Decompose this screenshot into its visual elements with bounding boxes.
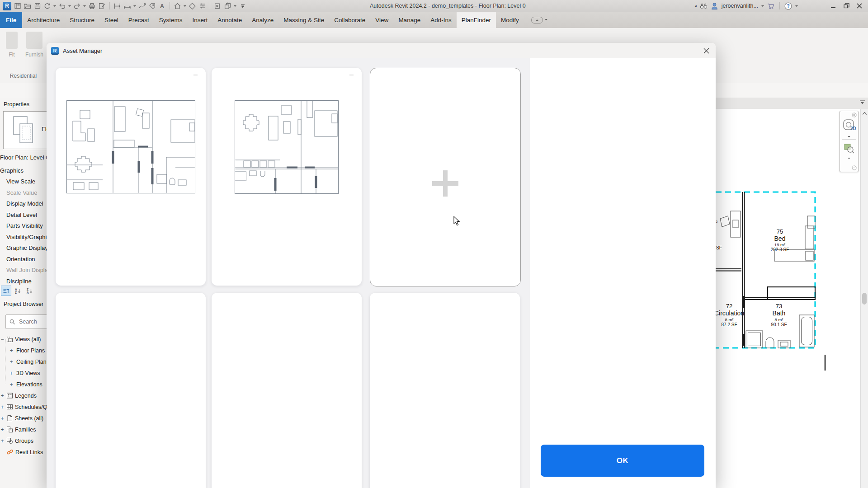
sort-list-button[interactable] (1, 286, 11, 296)
ribbon-collapse-icon[interactable] (859, 100, 865, 105)
edit-document-icon[interactable] (98, 2, 106, 10)
tree-item-legends[interactable]: + Legends (0, 390, 47, 401)
collapse-toggle[interactable]: − (0, 336, 5, 343)
property-row-scale-value[interactable]: Scale Value (0, 188, 47, 199)
property-row-orientation[interactable]: Orientation (0, 254, 47, 265)
undo-icon[interactable] (58, 2, 66, 10)
asset-card-5[interactable] (212, 293, 362, 488)
tree-item-views[interactable]: − Views (all) (0, 333, 47, 345)
user-dropdown-caret[interactable] (761, 5, 764, 8)
dialog-titlebar[interactable]: R Asset Manager (47, 43, 716, 58)
text-icon[interactable]: A (158, 2, 166, 10)
minimize-button[interactable] (828, 1, 838, 10)
redo-dropdown-caret[interactable] (83, 5, 86, 8)
3d-view-dropdown-caret[interactable] (184, 5, 186, 8)
tab-collaborate[interactable]: Collaborate (329, 12, 370, 28)
expand-toggle[interactable]: + (9, 347, 14, 354)
tab-structure[interactable]: Structure (65, 12, 99, 28)
properties-section-graphics[interactable]: Graphics (0, 165, 47, 177)
dialog-close-button[interactable] (703, 47, 710, 54)
spline-icon[interactable] (138, 2, 146, 10)
switch-windows-icon[interactable] (224, 2, 231, 10)
zoom-dropdown-caret[interactable] (840, 156, 858, 160)
username-label[interactable]: jeroenvanlith... (722, 3, 758, 9)
properties-panel-icon[interactable] (14, 2, 21, 10)
drawing-canvas[interactable]: 75 Bed 19 m² 202.3 SF 72 Circulation 8 m… (716, 109, 868, 488)
dimension-dropdown-caret[interactable] (133, 5, 136, 8)
tab-architecture[interactable]: Architecture (22, 12, 65, 28)
tab-insert[interactable]: Insert (187, 12, 212, 28)
expand-toggle[interactable]: + (0, 415, 5, 422)
instance-selector[interactable]: Floor Plan: Level 0 (0, 152, 47, 164)
tab-steel[interactable]: Steel (99, 12, 123, 28)
tree-item-groups[interactable]: + Groups (0, 435, 47, 446)
tab-systems[interactable]: Systems (154, 12, 188, 28)
tag-icon[interactable] (148, 2, 156, 10)
expand-toggle[interactable]: + (0, 393, 5, 399)
ribbon-display-toggle[interactable] (531, 12, 547, 28)
tab-planfinder[interactable]: PlanFinder (457, 12, 496, 28)
property-row-parts-visibility[interactable]: Parts Visibility (0, 221, 47, 232)
sync-icon[interactable] (43, 2, 51, 10)
redo-icon[interactable] (73, 2, 81, 10)
cart-icon[interactable] (767, 2, 775, 10)
ok-button[interactable]: OK (541, 445, 704, 477)
search-binoculars-icon[interactable] (700, 2, 708, 10)
property-row-detail-level[interactable]: Detail Level (0, 210, 47, 221)
scroll-up-arrow[interactable] (861, 110, 868, 117)
help-icon[interactable]: ? (784, 2, 792, 10)
asset-card-2[interactable] (212, 68, 362, 286)
property-row-display-model[interactable]: Display Model (0, 198, 47, 210)
default-3d-view-icon[interactable] (174, 2, 181, 10)
tree-item-families[interactable]: + Families (0, 424, 47, 435)
scrollbar-thumb[interactable] (862, 293, 867, 305)
tab-annotate[interactable]: Annotate (212, 12, 247, 28)
user-avatar-icon[interactable] (711, 2, 718, 10)
fit-button[interactable]: Fit (4, 32, 20, 58)
wheel-dropdown-caret[interactable] (840, 135, 858, 139)
save-icon[interactable] (33, 2, 41, 10)
tab-precast[interactable]: Precast (123, 12, 154, 28)
revit-app-icon[interactable]: R (3, 2, 11, 10)
navbar-close-icon[interactable] (852, 113, 857, 117)
property-row-visibility-graphics[interactable]: Visibility/Graphics Overrides (0, 232, 47, 243)
close-inactive-views-icon[interactable] (214, 2, 222, 10)
tab-add-ins[interactable]: Add-Ins (425, 12, 457, 28)
expand-toggle[interactable]: + (9, 370, 14, 376)
dimension-icon[interactable] (123, 2, 131, 10)
print-icon[interactable] (88, 2, 96, 10)
tree-item-floor-plans[interactable]: + Floor Plans (0, 345, 47, 356)
tab-modify[interactable]: Modify (496, 12, 524, 28)
collapse-arrow-icon[interactable]: ◂ (694, 4, 697, 8)
tab-analyze[interactable]: Analyze (247, 12, 278, 28)
property-row-wall-join[interactable]: Wall Join Display (0, 265, 47, 276)
open-icon[interactable] (24, 2, 31, 10)
ribbon-state-caret[interactable] (545, 19, 547, 22)
switch-windows-dropdown-caret[interactable] (234, 5, 236, 8)
undo-dropdown-caret[interactable] (68, 5, 71, 8)
add-asset-card[interactable] (370, 68, 521, 286)
type-selector[interactable]: Floor Plan (3, 111, 47, 149)
help-dropdown-caret[interactable] (795, 5, 798, 8)
steering-wheel-2d-icon[interactable]: 2D (840, 118, 858, 132)
expand-toggle[interactable]: + (0, 438, 5, 444)
vertical-scrollbar[interactable] (860, 109, 868, 488)
tree-item-schedules[interactable]: + Schedules/Quantities (0, 401, 47, 413)
tab-view[interactable]: View (370, 12, 393, 28)
search-input[interactable] (18, 318, 47, 325)
section-icon[interactable] (189, 2, 196, 10)
property-row-view-scale[interactable]: View Scale (0, 176, 47, 188)
navbar-minimize-icon[interactable] (852, 165, 857, 170)
thin-lines-icon[interactable] (198, 2, 206, 10)
close-window-button[interactable] (854, 1, 864, 10)
expand-toggle[interactable]: + (0, 404, 5, 410)
sort-za-button[interactable]: ZA (24, 286, 35, 296)
restore-button[interactable] (841, 1, 851, 10)
tree-item-revit-links[interactable]: Revit Links (0, 446, 47, 458)
tab-file[interactable]: File (0, 12, 22, 28)
measure-icon[interactable] (113, 2, 121, 10)
zoom-region-icon[interactable] (840, 143, 858, 154)
sort-az-button[interactable]: AZ (13, 286, 23, 296)
furnish-button[interactable]: Furnish (24, 32, 45, 58)
customize-qat-icon[interactable] (239, 2, 246, 10)
